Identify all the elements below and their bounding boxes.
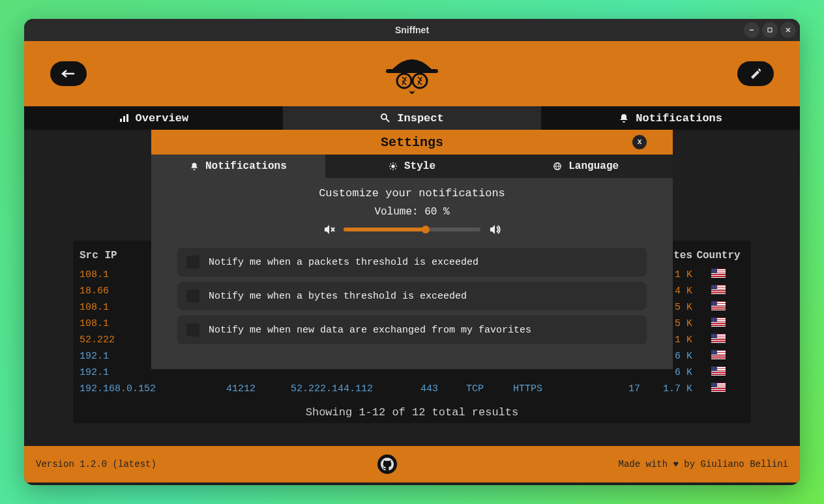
version-text: Version 1.2.0 (latest) [36,459,156,469]
window-controls [744,22,796,38]
modal-header: Settings x [151,130,673,155]
content-area: Src IP tes Country 108.11 K18.664 K108.1… [24,130,800,446]
bell-icon [190,162,199,171]
app-logo-icon [379,44,445,103]
footer: Version 1.2.0 (latest) Made with ♥ by Gi… [24,446,800,482]
wrench-icon [748,67,763,81]
col-country: Country [692,250,744,261]
slider-fill [344,228,426,231]
globe-icon [553,162,562,171]
us-flag-icon [711,334,726,343]
volume-slider-row [177,223,647,236]
table-row[interactable]: 192.168.0.1524121252.222.144.112443TCPHT… [80,381,744,397]
tab-label: Overview [136,112,189,125]
github-link[interactable] [377,454,397,474]
volume-slider[interactable] [344,228,480,231]
svg-line-20 [395,168,396,169]
app-header [24,41,800,106]
main-tabs: Overview Inspect Notifications [24,106,800,130]
tab-inspect[interactable]: Inspect [283,106,542,130]
chart-icon [119,113,129,123]
tab-label: Language [568,160,619,172]
slider-thumb[interactable] [422,226,430,233]
svg-line-22 [395,164,396,164]
checkbox-bytes[interactable] [186,289,199,303]
tab-label: Inspect [397,112,443,125]
us-flag-icon [711,366,726,376]
tab-label: Notifications [636,112,722,125]
window-title: Sniffnet [395,25,429,35]
tab-label: Notifications [205,160,287,172]
us-flag-icon [711,318,726,327]
tab-overview[interactable]: Overview [24,106,283,130]
notif-option-favorites: Notify me when new data are exchanged fr… [177,316,647,344]
sun-icon [389,162,398,171]
minimize-button[interactable] [744,22,759,38]
svg-line-19 [390,164,391,164]
credit-text: Made with ♥ by Giuliano Bellini [619,459,788,469]
option-label: Notify me when new data are exchanged fr… [209,325,531,336]
titlebar: Sniffnet [24,19,800,41]
settings-tab-notifications[interactable]: Notifications [151,155,325,178]
tab-notifications[interactable]: Notifications [541,106,800,130]
us-flag-icon [711,285,726,294]
close-button[interactable] [780,22,796,38]
svg-point-14 [391,164,394,168]
option-label: Notify me when a packets threshold is ex… [209,257,478,268]
settings-button[interactable] [737,61,774,86]
volume-max-icon[interactable] [488,223,501,236]
modal-title: Settings [381,135,443,150]
maximize-button[interactable] [762,22,778,38]
us-flag-icon [711,383,726,392]
search-icon [380,113,390,123]
svg-line-13 [386,119,389,122]
settings-subtitle: Customize your notifications [177,187,647,200]
svg-rect-11 [126,114,128,122]
settings-tab-style[interactable]: Style [325,155,499,178]
modal-body: Customize your notifications Volume: 60 … [151,178,673,369]
svg-point-12 [381,114,387,119]
us-flag-icon [711,301,726,310]
notif-option-bytes: Notify me when a bytes threshold is exce… [177,282,647,310]
close-icon: x [637,138,641,147]
tab-label: Style [404,160,435,172]
svg-rect-1 [768,28,772,32]
us-flag-icon [711,269,726,278]
volume-label: Volume: 60 % [177,206,647,218]
svg-rect-10 [123,116,125,122]
bell-icon [619,113,629,123]
checkbox-packets[interactable] [186,256,199,269]
us-flag-icon [711,350,726,359]
back-button[interactable] [50,61,87,86]
modal-close-button[interactable]: x [632,135,647,149]
notif-option-packets: Notify me when a packets threshold is ex… [177,248,647,276]
results-summary: Showing 1-12 of 12 total results [80,406,744,419]
svg-rect-5 [386,69,438,73]
svg-rect-9 [120,119,122,122]
app-window: Sniffnet [24,19,800,485]
svg-line-21 [390,168,391,169]
checkbox-favorites[interactable] [186,323,199,336]
volume-mute-icon[interactable] [323,223,336,236]
settings-modal: Settings x Notifications Style [151,130,673,369]
github-icon [381,458,394,471]
arrow-left-icon [61,69,76,78]
option-label: Notify me when a bytes threshold is exce… [209,291,467,302]
settings-tab-language[interactable]: Language [499,155,673,178]
settings-tabs: Notifications Style Language [151,155,673,178]
